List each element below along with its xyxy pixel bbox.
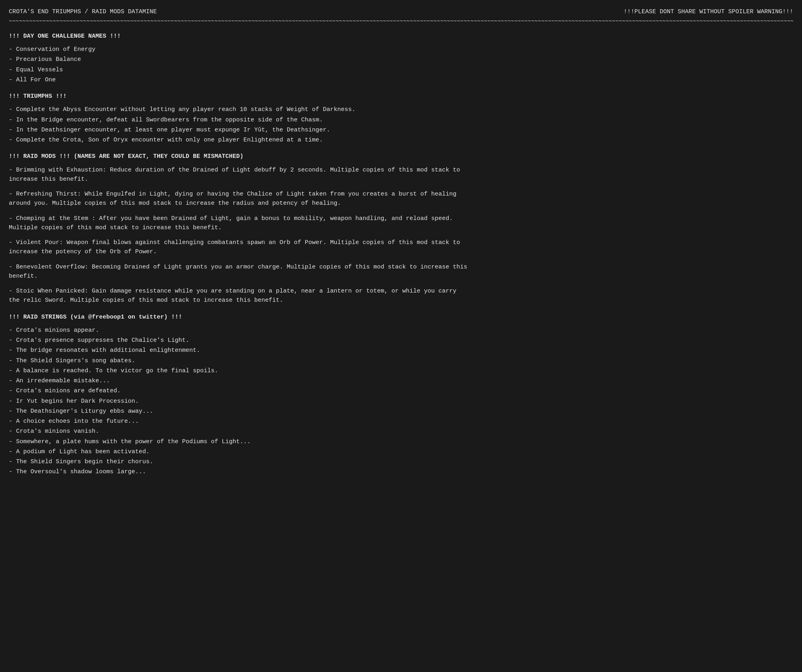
raid-mods-section: !!! RAID MODS !!! (NAMES ARE NOT EXACT, … xyxy=(9,152,793,305)
list-item: - All For One xyxy=(9,75,793,85)
list-item: - A choice echoes into the future... xyxy=(9,417,793,426)
list-item: - The Deathsinger's Liturgy ebbs away... xyxy=(9,407,793,416)
list-item: - Ir Yut begins her Dark Procession. xyxy=(9,397,793,406)
page-container: CROTA'S END TRIUMPHS / RAID MODS DATAMIN… xyxy=(9,7,793,477)
raid-strings-title: !!! RAID STRINGS (via @freeboop1 on twit… xyxy=(9,313,793,322)
triumphs-title: !!! TRIUMPHS !!! xyxy=(9,92,793,101)
page-title: CROTA'S END TRIUMPHS / RAID MODS DATAMIN… xyxy=(9,7,157,16)
list-item: - The Shield Singers begin their chorus. xyxy=(9,457,793,466)
header-row: CROTA'S END TRIUMPHS / RAID MODS DATAMIN… xyxy=(9,7,793,16)
day-one-list: - Conservation of Energy- Precarious Bal… xyxy=(9,45,793,85)
list-item: - Crota's presence suppresses the Chalic… xyxy=(9,336,793,345)
list-item: - Precarious Balance xyxy=(9,55,793,64)
divider: ~~~~~~~~~~~~~~~~~~~~~~~~~~~~~~~~~~~~~~~~… xyxy=(9,17,793,26)
list-item: - Chomping at the Stem : After you have … xyxy=(9,214,793,233)
list-item: - In the Bridge encounter, defeat all Sw… xyxy=(9,115,793,125)
raid-mods-list: - Brimming with Exhaustion: Reduce durat… xyxy=(9,165,793,305)
list-item: - Crota's minions vanish. xyxy=(9,427,793,436)
list-item: - Crota's minions are defeated. xyxy=(9,386,793,396)
list-item: - The Shield Singers's song abates. xyxy=(9,356,793,365)
list-item: - Stoic When Panicked: Gain damage resis… xyxy=(9,287,793,305)
list-item: - Crota's minions appear. xyxy=(9,326,793,335)
day-one-title: !!! DAY ONE CHALLENGE NAMES !!! xyxy=(9,32,793,41)
raid-mods-title: !!! RAID MODS !!! (NAMES ARE NOT EXACT, … xyxy=(9,152,793,161)
raid-strings-list: - Crota's minions appear.- Crota's prese… xyxy=(9,326,793,477)
list-item: - An irredeemable mistake... xyxy=(9,376,793,385)
triumphs-list: - Complete the Abyss Encounter without l… xyxy=(9,105,793,145)
list-item: - A podium of Light has been activated. xyxy=(9,447,793,456)
list-item: - Violent Pour: Weapon final blows again… xyxy=(9,238,793,257)
list-item: - Equal Vessels xyxy=(9,65,793,75)
list-item: - The Oversoul's shadow looms large... xyxy=(9,467,793,476)
list-item: - The bridge resonates with additional e… xyxy=(9,346,793,355)
list-item: - Complete the Crota, Son of Oryx encoun… xyxy=(9,135,793,145)
triumphs-section: !!! TRIUMPHS !!! - Complete the Abyss En… xyxy=(9,92,793,145)
list-item: - Conservation of Energy xyxy=(9,45,793,54)
list-item: - In the Deathsinger encounter, at least… xyxy=(9,125,793,135)
day-one-section: !!! DAY ONE CHALLENGE NAMES !!! - Conser… xyxy=(9,32,793,85)
list-item: - Complete the Abyss Encounter without l… xyxy=(9,105,793,114)
list-item: - Refreshing Thirst: While Engulfed in L… xyxy=(9,190,793,208)
list-item: - Benevolent Overflow: Becoming Drained … xyxy=(9,262,793,281)
list-item: - A balance is reached. To the victor go… xyxy=(9,366,793,375)
list-item: - Somewhere, a plate hums with the power… xyxy=(9,437,793,446)
raid-strings-section: !!! RAID STRINGS (via @freeboop1 on twit… xyxy=(9,313,793,477)
spoiler-warning: !!!PLEASE DONT SHARE WITHOUT SPOILER WAR… xyxy=(624,7,793,16)
list-item: - Brimming with Exhaustion: Reduce durat… xyxy=(9,165,793,184)
